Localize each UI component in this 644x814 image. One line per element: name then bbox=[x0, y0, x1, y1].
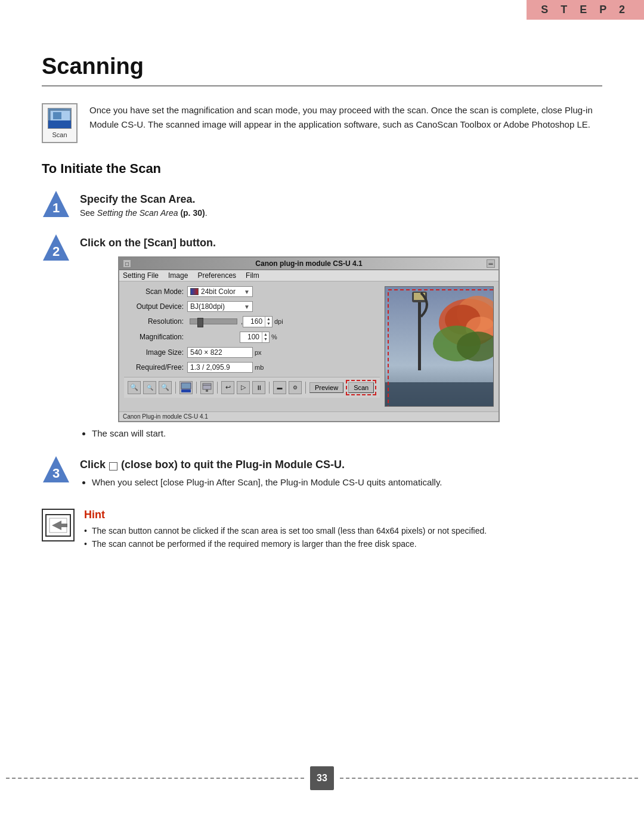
svg-rect-13 bbox=[206, 389, 208, 392]
svg-rect-2 bbox=[53, 112, 61, 119]
required-free-row: Required/Free: 1.3 / 2,095.9 mb bbox=[124, 362, 380, 373]
required-free-unit: mb bbox=[255, 364, 264, 371]
scan-mode-dropdown-arrow[interactable]: ▼ bbox=[244, 289, 250, 295]
magnification-row: Magnification: 100 ▲ ▼ % bbox=[124, 332, 380, 343]
section-heading: To Initiate the Scan bbox=[42, 161, 602, 177]
preview-play-button[interactable]: ▷ bbox=[237, 381, 250, 394]
toolbar-separator-3 bbox=[217, 382, 218, 394]
step-2-content: Click on the [Scan] button. □ Canon plug… bbox=[80, 233, 602, 442]
resolution-row: Resolution: , 160 ▲ ▼ dpi bbox=[124, 316, 380, 327]
svg-text:1: 1 bbox=[52, 200, 60, 215]
svg-text:2: 2 bbox=[52, 244, 60, 259]
resolution-slider[interactable] bbox=[190, 318, 237, 324]
page-footer: 33 bbox=[0, 766, 644, 790]
scan-mode-row: Scan Mode: 24bit Color ▼ bbox=[124, 286, 380, 297]
resolution-value: 160 bbox=[243, 317, 265, 326]
zoom-fit-button[interactable]: 🔍 bbox=[143, 381, 156, 394]
menu-preferences[interactable]: Preferences bbox=[197, 271, 236, 280]
image-size-input: 540 × 822 bbox=[187, 347, 253, 358]
step-2-bullet: The scan will start. bbox=[92, 428, 602, 438]
dialog-toolbar: 🔍 🔍 🔍 bbox=[124, 377, 380, 398]
image-size-unit: px bbox=[255, 349, 262, 356]
footer-dashed-left bbox=[6, 778, 304, 779]
zoom-out-button[interactable]: 🔍 bbox=[128, 381, 141, 394]
step-1-content: Specify the Scan Area. See Setting the S… bbox=[80, 190, 602, 220]
step-2-badge: 2 bbox=[42, 233, 70, 262]
scan-icon bbox=[48, 108, 72, 129]
magnification-label: Magnification: bbox=[124, 333, 184, 341]
hint-content: Hint The scan button cannot be clicked i… bbox=[84, 509, 602, 552]
step-1: 1 Specify the Scan Area. See Setting the… bbox=[42, 190, 602, 220]
step-3-title-rest: (close box) to quit the Plug-in Module C… bbox=[121, 459, 345, 471]
image-size-value: 540 × 822 bbox=[190, 348, 222, 357]
magnification-input[interactable]: 100 ▲ ▼ bbox=[240, 332, 270, 343]
intro-section: Scan Once you have set the magnification… bbox=[42, 103, 602, 143]
required-free-label: Required/Free: bbox=[124, 363, 184, 372]
toolbar-separator-4 bbox=[269, 382, 270, 394]
required-free-input: 1.3 / 2,095.9 bbox=[187, 362, 253, 373]
page-title: Scanning bbox=[42, 54, 602, 86]
svg-rect-3 bbox=[48, 124, 72, 129]
resolution-spin-down[interactable]: ▼ bbox=[265, 321, 272, 326]
dialog-close-button[interactable]: □ bbox=[123, 259, 131, 268]
magnification-spin-up[interactable]: ▲ bbox=[262, 332, 269, 337]
dialog-status-text: Canon Plug-in module CS-U 4.1 bbox=[123, 413, 208, 420]
step-banner: S T E P 2 bbox=[527, 0, 644, 20]
intro-text: Once you have set the magnification and … bbox=[89, 103, 602, 132]
hint-icon bbox=[42, 509, 75, 541]
page-number: 33 bbox=[310, 766, 334, 790]
output-device-input[interactable]: BJ(180dpi) ▼ bbox=[187, 301, 253, 312]
svg-rect-9 bbox=[181, 383, 191, 389]
dialog-preview-image bbox=[385, 286, 494, 407]
dialog-minimize-button[interactable]: ═ bbox=[487, 259, 495, 268]
output-device-row: Output Device: BJ(180dpi) ▼ bbox=[124, 301, 380, 312]
resolution-spin-up[interactable]: ▲ bbox=[265, 317, 272, 321]
output-device-label: Output Device: bbox=[124, 302, 184, 311]
menu-image[interactable]: Image bbox=[168, 271, 188, 280]
magnification-spin-buttons[interactable]: ▲ ▼ bbox=[262, 332, 269, 342]
scan-button-highlight: Scan bbox=[346, 380, 376, 395]
step-2: 2 Click on the [Scan] button. □ Canon pl… bbox=[42, 233, 602, 442]
dialog-window: □ Canon plug-in module CS-U 4.1 ═ Settin… bbox=[118, 256, 500, 422]
zoom-in-button[interactable]: 🔍 bbox=[159, 381, 172, 394]
menu-setting-file[interactable]: Setting File bbox=[123, 271, 159, 280]
scan-button[interactable]: Scan bbox=[348, 382, 374, 393]
resolution-label: Resolution: bbox=[124, 317, 184, 326]
pause-button[interactable]: ⏸ bbox=[252, 381, 265, 394]
toolbar-separator-2 bbox=[196, 382, 197, 394]
toolbar-separator-1 bbox=[175, 382, 176, 394]
scan-icon-button[interactable] bbox=[179, 381, 193, 394]
settings-button[interactable] bbox=[200, 381, 213, 394]
required-free-value: 1.3 / 2,095.9 bbox=[190, 363, 230, 372]
undo-button[interactable]: ↩ bbox=[221, 381, 234, 394]
scan-mode-value: 24bit Color bbox=[201, 287, 236, 296]
svg-text:3: 3 bbox=[52, 466, 60, 481]
resolution-spin-buttons[interactable]: ▲ ▼ bbox=[265, 317, 272, 327]
step-3-content: Click (close box) to quit the Plug-in Mo… bbox=[80, 455, 602, 491]
step-1-subtitle: See Setting the Scan Area (p. 30). bbox=[80, 208, 602, 218]
menu-film[interactable]: Film bbox=[246, 271, 259, 280]
svg-rect-11 bbox=[203, 383, 211, 389]
step-3: 3 Click (close box) to quit the Plug-in … bbox=[42, 455, 602, 491]
step-1-badge: 1 bbox=[42, 190, 70, 218]
image-size-label: Image Size: bbox=[124, 348, 184, 357]
dialog-body: Scan Mode: 24bit Color ▼ Output Device: bbox=[119, 281, 499, 411]
output-device-dropdown-arrow[interactable]: ▼ bbox=[244, 304, 250, 310]
scan-mode-input[interactable]: 24bit Color ▼ bbox=[187, 286, 253, 297]
magnification-spin-down[interactable]: ▼ bbox=[262, 337, 269, 342]
resolution-input[interactable]: 160 ▲ ▼ bbox=[243, 316, 273, 327]
step-3-bullet: When you select [close Plug-in After Sca… bbox=[92, 477, 602, 487]
magnification-value: 100 bbox=[240, 332, 262, 342]
mono-button[interactable]: ▬ bbox=[273, 381, 286, 394]
step-3-badge: 3 bbox=[42, 455, 70, 484]
preview-button[interactable]: Preview bbox=[309, 382, 343, 393]
output-device-value: BJ(180dpi) bbox=[190, 302, 225, 311]
toolbar-separator-5 bbox=[305, 382, 306, 394]
hint-section: Hint The scan button cannot be clicked i… bbox=[42, 509, 602, 552]
filter-button[interactable]: ⚙ bbox=[289, 381, 302, 394]
step-3-title-click: Click bbox=[80, 459, 106, 471]
step-banner-text: S T E P 2 bbox=[541, 4, 630, 16]
svg-rect-15 bbox=[418, 293, 421, 370]
close-box-icon bbox=[109, 462, 117, 471]
dialog-statusbar: Canon Plug-in module CS-U 4.1 bbox=[119, 411, 499, 421]
